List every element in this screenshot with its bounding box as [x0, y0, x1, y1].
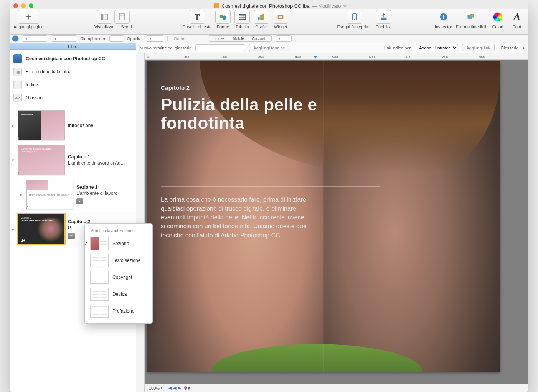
layout-popup: Modifica layout Sezione ✓ Sezione Testo …	[84, 223, 153, 324]
svg-rect-0	[101, 14, 104, 20]
popup-item-dedica[interactable]: Dedica	[87, 286, 150, 303]
table-label: Tabella	[236, 25, 249, 29]
media-button[interactable]	[464, 10, 479, 24]
section-1-thumb: lorem ipsum dolor sit amet consectetur	[26, 180, 73, 209]
svg-text:i: i	[443, 14, 444, 20]
opacity-field[interactable]: ▾	[146, 35, 164, 42]
page-kicker[interactable]: Capitolo 2	[161, 84, 362, 91]
next-page-button[interactable]: ▶	[177, 385, 182, 390]
page[interactable]: Capitolo 2 Pulizia della pelle e fondoti…	[147, 61, 500, 372]
link-index-select[interactable]: Adobe Illustrator	[416, 44, 458, 51]
window-title: Cosmesi digitale con Photoshop CC.iba — …	[36, 3, 525, 9]
glossary-chevron-icon[interactable]: ▸	[523, 45, 525, 50]
scroll-button[interactable]	[114, 10, 130, 24]
popup-item-sezione[interactable]: ✓ Sezione	[87, 235, 150, 252]
window-controls	[13, 3, 33, 8]
chapter-intro-thumb: Introduzione	[18, 110, 65, 140]
popup-item-testo-sezione[interactable]: Testo sezione	[87, 252, 150, 269]
first-page-button[interactable]: |◀	[167, 385, 172, 390]
section-layout-button[interactable]	[76, 198, 83, 204]
svg-rect-14	[381, 18, 386, 20]
sidebar-intro-media[interactable]: ▦ File multimediale intro	[10, 65, 136, 78]
sidebar-toc[interactable]: ☰ Indice	[10, 78, 136, 91]
preview-button[interactable]	[347, 10, 362, 24]
chapter-1-thumb: L'ambiente di lavoro di Adobe Photoshop …	[18, 145, 65, 175]
fill-color-well[interactable]	[109, 35, 124, 42]
format-paragraph-chip[interactable]: ¶	[12, 35, 19, 42]
prev-page-button[interactable]: ◀	[172, 385, 177, 390]
film-icon: ▦	[13, 68, 22, 76]
sidebar-grip-icon[interactable]: ≡	[132, 44, 134, 48]
font-button[interactable]: A	[509, 10, 525, 24]
publish-button[interactable]	[376, 10, 391, 24]
svg-rect-11	[279, 16, 282, 18]
close-window-button[interactable]	[13, 3, 18, 8]
page-text: Capitolo 2 Pulizia della pelle e fondoti…	[161, 84, 362, 240]
shapes-button[interactable]	[215, 10, 231, 24]
window-title-text: Cosmesi digitale con Photoshop CC.iba	[222, 3, 310, 9]
ruler-marker-icon[interactable]	[314, 53, 317, 59]
svg-rect-7	[258, 17, 260, 20]
canvas-wrap: 0 100 200 300 400 500 600 700 800 900	[136, 53, 528, 392]
page-divider	[161, 186, 380, 187]
titlebar: Cosmesi digitale con Photoshop CC.iba — …	[10, 0, 528, 9]
canvas[interactable]: Capitolo 2 Pulizia della pelle e fondoti…	[145, 60, 528, 384]
zoom-window-button[interactable]	[29, 3, 33, 8]
publish-label: Pubblica	[376, 25, 392, 29]
sidebar-book-title[interactable]: Cosmesi digitale con Photoshop CC	[10, 52, 136, 65]
inspector-button[interactable]: i	[436, 10, 451, 24]
toolbar-view-group: Visualizza Scorri	[94, 10, 132, 29]
svg-point-13	[354, 19, 355, 20]
fill-label: Riempimento:	[80, 36, 106, 41]
wrap-segment[interactable]: In linea Mobile Ancorato	[208, 35, 272, 42]
disclosure-icon[interactable]: ▸	[20, 192, 23, 197]
vertical-ruler[interactable]	[136, 53, 145, 392]
glossary-bar: Nuovo termine del glossario Aggiungi ter…	[136, 43, 528, 53]
style-select[interactable]: ▾	[22, 35, 48, 42]
view-button[interactable]	[97, 10, 112, 24]
chapter-1[interactable]: ▾ L'ambiente di lavoro di Adobe Photosho…	[10, 143, 136, 177]
chapter-intro[interactable]: ▸ Introduzione i Introduzione	[10, 108, 136, 143]
horizontal-ruler[interactable]: 0 100 200 300 400 500 600 700 800 900	[145, 53, 528, 60]
sidebar-header[interactable]: Libro ≡	[10, 43, 136, 50]
style-select2[interactable]: ▾	[51, 35, 77, 42]
disclosure-icon[interactable]: ▸	[12, 227, 14, 232]
extra-select[interactable]: ▾	[275, 35, 292, 42]
media-label: File multimediali	[456, 25, 486, 29]
editor-area: Nuovo termine del glossario Aggiungi ter…	[136, 43, 528, 392]
add-link-button[interactable]: Aggiungi link	[462, 44, 494, 51]
gear-icon[interactable]: ✻▾	[184, 385, 190, 391]
popup-item-prefazione[interactable]: Prefazione	[87, 303, 150, 320]
view-label: Visualizza	[94, 25, 113, 29]
widget-button[interactable]	[273, 10, 288, 24]
widget-label: Widget	[274, 25, 287, 29]
popup-item-copyright[interactable]: Copyright	[87, 269, 150, 286]
svg-rect-8	[260, 15, 262, 20]
disclosure-icon[interactable]: ▾	[12, 158, 14, 163]
charts-button[interactable]	[254, 10, 269, 24]
add-term-button[interactable]: Aggiungi termine	[249, 44, 289, 51]
disclosure-icon[interactable]: ▸	[12, 123, 14, 128]
colors-button[interactable]	[490, 10, 505, 24]
textbox-button[interactable]: T	[190, 10, 205, 24]
page-body[interactable]: La prima cosa che è necessario fare, pri…	[161, 195, 307, 240]
zoom-select[interactable]: 100%▾	[147, 385, 164, 391]
font-label: Font	[513, 25, 521, 29]
table-button[interactable]	[234, 10, 250, 24]
list-icon: ☰	[13, 81, 22, 89]
minimize-window-button[interactable]	[21, 3, 26, 8]
add-pages-button[interactable]	[18, 10, 39, 24]
inspector-label: Inspector	[435, 25, 452, 29]
sidebar-glossary[interactable]: A-Z Glossario	[10, 91, 136, 104]
page-heading[interactable]: Pulizia della pelle e fondotinta	[161, 96, 362, 133]
opacity-label: Opacità:	[127, 36, 143, 41]
svg-rect-1	[104, 14, 107, 20]
chapter-layout-button[interactable]	[68, 233, 75, 239]
link-index-label: Link indice per:	[383, 46, 412, 50]
new-term-input[interactable]	[195, 44, 245, 51]
title-chevron-icon[interactable]	[343, 4, 347, 8]
glossary-link[interactable]: Glossario	[501, 46, 518, 50]
shadow-checkbox[interactable]: Ombra	[167, 36, 187, 41]
section-1[interactable]: ▸ lorem ipsum dolor sit amet consectetur…	[10, 177, 136, 212]
sidebar: Libro ≡ Cosmesi digitale con Photoshop C…	[10, 43, 136, 392]
